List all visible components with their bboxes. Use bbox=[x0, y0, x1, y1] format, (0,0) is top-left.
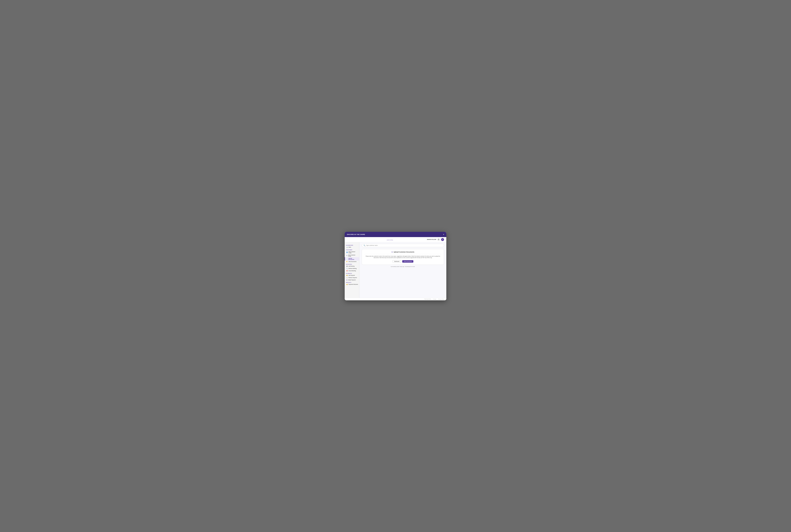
sidebar-item-retrieve-payment[interactable]: 📋Retrieve Payment bbox=[345, 277, 359, 279]
footer: ©2023 ENCORE | Contact | Privacy Policy bbox=[345, 298, 446, 300]
sidebar-icon: ❌ bbox=[346, 270, 348, 271]
sidebar-item-payments-received[interactable]: 💰Payments Received bbox=[345, 283, 359, 286]
header-user: ANANYA PULCAM bbox=[427, 239, 436, 240]
top-bar-chevron[interactable]: ▾ bbox=[443, 233, 444, 235]
sidebar-icon: 💳 bbox=[346, 275, 348, 276]
sidebar-item-cancel-booking[interactable]: ❌Cancel Booking bbox=[345, 270, 359, 272]
sidebar-item-upload-documents[interactable]: 📄Upload Documents bbox=[345, 257, 359, 261]
sidebar-section-customer: CUSTOMER bbox=[345, 248, 359, 251]
app-window: ENCORE-IN THE SHIRE ▾ · · · ENCORE ANANY… bbox=[345, 232, 446, 300]
sidebar-section-payments: PAYMENTS bbox=[345, 272, 359, 274]
sidebar-section-bookings: BOOKINGS bbox=[345, 263, 359, 265]
sidebar-icon: ➕ bbox=[346, 266, 348, 267]
view-documents-button[interactable]: View Documents bbox=[402, 260, 413, 263]
upload-card: ⬆ Upload Customer Documents Please enter… bbox=[362, 249, 444, 265]
sidebar-section-reports: REPORTS bbox=[345, 281, 359, 283]
main-layout: DASHBOARD📊SalesCUSTOMER👤Add Customer Pro… bbox=[345, 242, 446, 298]
content-area: 🔍 ⬆ Upload Customer Documents Please ent… bbox=[360, 242, 446, 298]
sidebar-icon: 📂 bbox=[346, 261, 348, 262]
sidebar-item-label: Delete Payment bbox=[348, 279, 356, 281]
add-button[interactable]: + bbox=[441, 238, 444, 241]
sidebar-item-retrieve-booking[interactable]: 🔍Retrieve Booking bbox=[345, 267, 359, 270]
sidebar-icon: 📊 bbox=[346, 247, 348, 248]
sidebar-icon: 👤 bbox=[346, 252, 348, 253]
sidebar-item-add-payment[interactable]: 💳Add Payment bbox=[345, 274, 359, 277]
sidebar-item-label: Add Booking bbox=[348, 266, 354, 267]
sidebar-item-delete-payment[interactable]: 🗑Delete Payment bbox=[345, 279, 359, 281]
sidebar-icon: 🔍 bbox=[346, 268, 348, 269]
sidebar-item-label: Upload Documents bbox=[348, 258, 358, 260]
sidebar-item-view-documents[interactable]: 📂View Documents bbox=[345, 261, 359, 263]
sidebar-item-label: Add Payment bbox=[348, 275, 355, 276]
top-bar: ENCORE-IN THE SHIRE ▾ bbox=[345, 232, 446, 237]
gear-button[interactable]: ⚙ bbox=[437, 238, 440, 241]
sidebar-item-view-customer-profile[interactable]: 👁View Customer Profile bbox=[345, 254, 359, 257]
header: · · · ENCORE ANANYA PULCAM ⚙ + bbox=[345, 237, 446, 242]
sidebar-item-label: Sales bbox=[348, 247, 351, 248]
upload-card-title: Upload Customer Documents bbox=[393, 251, 415, 253]
upload-card-buttons: Dashboard View Documents bbox=[365, 260, 441, 263]
sidebar-item-add-customer-profile[interactable]: 👤Add Customer Profile bbox=[345, 251, 359, 254]
sidebar: DASHBOARD📊SalesCUSTOMER👤Add Customer Pro… bbox=[345, 242, 360, 298]
upload-card-description: Please enter the customer's name in the … bbox=[365, 255, 441, 259]
sidebar-icon: 📋 bbox=[346, 277, 348, 278]
sidebar-item-label: Retrieve Booking bbox=[348, 268, 357, 269]
search-bar[interactable]: 🔍 bbox=[362, 244, 444, 247]
dashboard-button[interactable]: Dashboard bbox=[392, 260, 401, 263]
sidebar-icon: 🗑 bbox=[346, 279, 347, 281]
footer-privacy[interactable]: Privacy Policy bbox=[439, 299, 444, 300]
header-right: ANANYA PULCAM ⚙ + bbox=[427, 238, 444, 241]
search-icon: 🔍 bbox=[364, 245, 365, 246]
sidebar-icon: 👁 bbox=[346, 255, 347, 256]
upload-icon: ⬆ bbox=[391, 251, 393, 253]
sidebar-section-dashboard: DASHBOARD bbox=[345, 244, 359, 246]
footer-contact[interactable]: Contact bbox=[433, 299, 436, 300]
sidebar-item-label: Retrieve Payment bbox=[348, 277, 357, 278]
sidebar-item-label: View Customer Profile bbox=[348, 254, 358, 257]
sidebar-icon: 📄 bbox=[346, 258, 348, 260]
content-inner: 🔍 ⬆ Upload Customer Documents Please ent… bbox=[360, 242, 446, 298]
footer-copyright: ©2023 ENCORE bbox=[424, 299, 431, 300]
sidebar-item-add-booking[interactable]: ➕Add Booking bbox=[345, 265, 359, 267]
sidebar-icon: 💰 bbox=[346, 284, 348, 285]
sidebar-item-label: Cancel Booking bbox=[348, 270, 356, 271]
footer-sep1: | bbox=[432, 299, 432, 300]
header-logo: · · · ENCORE bbox=[387, 239, 393, 241]
search-input[interactable] bbox=[366, 245, 442, 246]
top-bar-title: ENCORE-IN THE SHIRE bbox=[347, 234, 443, 235]
sidebar-item-label: Add Customer Profile bbox=[348, 251, 358, 253]
sidebar-item-label: View Documents bbox=[348, 261, 356, 262]
sidebar-item-label: Payments Received bbox=[348, 284, 358, 285]
upload-card-header: ⬆ Upload Customer Documents bbox=[365, 251, 441, 254]
sidebar-item-sales[interactable]: 📊Sales bbox=[345, 246, 359, 248]
booking-status: Last booking made 2 days ago. 10 booking… bbox=[362, 266, 444, 267]
